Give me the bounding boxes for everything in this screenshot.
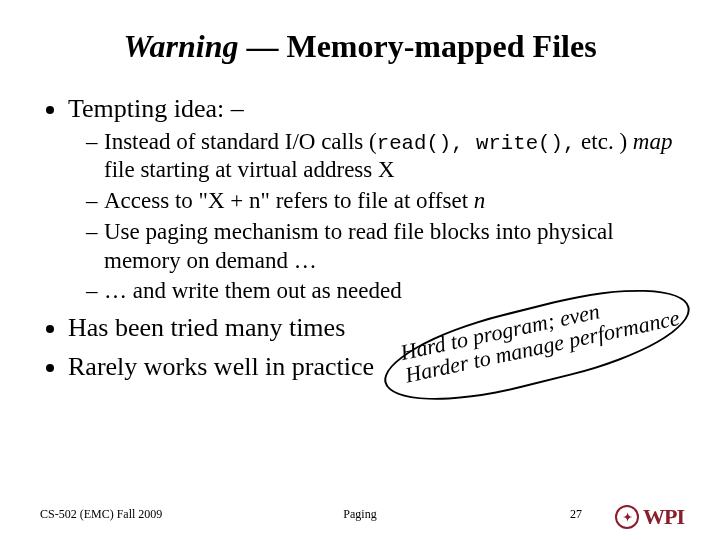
sub-instead-b: etc. ) bbox=[575, 129, 632, 154]
footer-topic: Paging bbox=[0, 507, 720, 522]
sub-instead-c: file starting at virtual address X bbox=[104, 157, 395, 182]
slide-title: Warning — Memory-mapped Files bbox=[40, 28, 680, 65]
title-warning: Warning bbox=[123, 28, 238, 64]
wpi-text: WPI bbox=[643, 504, 684, 530]
slide: Warning — Memory-mapped Files Tempting i… bbox=[0, 0, 720, 540]
sub-list: Instead of standard I/O calls (read(), w… bbox=[68, 128, 680, 307]
bullet-tempting: Tempting idea: – Instead of standard I/O… bbox=[68, 93, 680, 306]
wpi-seal-icon: ✦ bbox=[615, 505, 639, 529]
title-rest: Memory-mapped Files bbox=[286, 28, 596, 64]
sub-paging: Use paging mechanism to read file blocks… bbox=[86, 218, 680, 276]
sub-instead: Instead of standard I/O calls (read(), w… bbox=[86, 128, 680, 186]
sub-access: Access to "X + n" refers to file at offs… bbox=[86, 187, 680, 216]
sub-instead-a: Instead of standard I/O calls ( bbox=[104, 129, 377, 154]
sub-access-n: n bbox=[474, 188, 486, 213]
footer-page-number: 27 bbox=[570, 507, 582, 522]
title-dash: — bbox=[238, 28, 286, 64]
sub-instead-code: read(), write(), bbox=[377, 132, 576, 155]
bullet-tempting-text: Tempting idea: – bbox=[68, 94, 244, 123]
bullet-rarely: Rarely works well in practice bbox=[68, 351, 680, 384]
sub-access-a: Access to "X + n" refers to file at offs… bbox=[104, 188, 474, 213]
wpi-logo: ✦ WPI bbox=[615, 504, 684, 530]
sub-instead-map: map bbox=[633, 129, 673, 154]
